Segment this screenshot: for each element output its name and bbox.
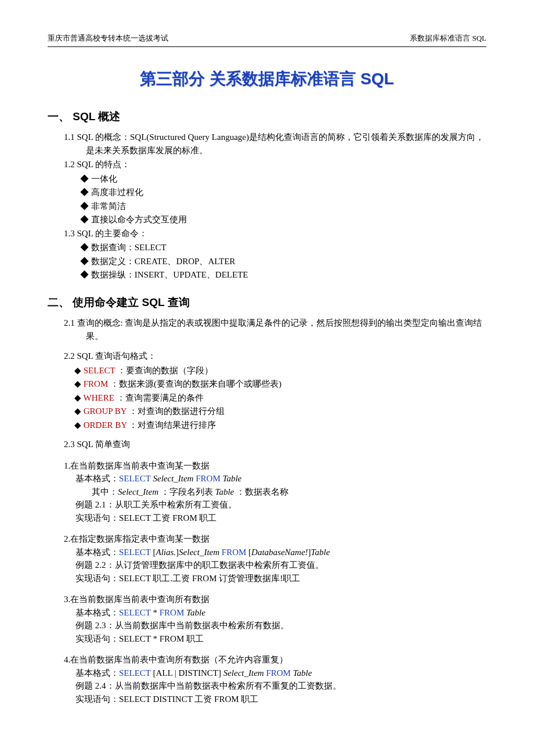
item-text: 查询的概念: 查询是从指定的表或视图中提取满足条件的记录，然后按照想得到的输出类… — [75, 318, 482, 341]
bullet-item: ORDER BY ：对查询结果进行排序 — [74, 419, 486, 432]
example-block-3: 3.在当前数据库当前表中查询所有数据 基本格式：SELECT * FROM Ta… — [64, 593, 486, 645]
bullet-item: WHERE ：查询需要满足的条件 — [74, 391, 486, 405]
param: Select_Item — [118, 487, 158, 496]
example-text: 例题 2.2：从订货管理数据库中的职工数据表中检索所有工资值。 — [75, 559, 486, 572]
impl-text: 实现语句：SELECT * FROM 职工 — [75, 632, 486, 646]
item-text: SQL 的概念：SQL(Structured Query Language)是结… — [75, 132, 484, 155]
bullet-item: 高度非过程化 — [80, 186, 486, 199]
keyword: ORDER BY — [84, 420, 127, 430]
bullet-list-2-2: SELECT ：要查询的数据（字段） FROM ：数据来源(要查询的数据来自哪个… — [74, 364, 486, 432]
bullet-text: ：数据来源(要查询的数据来自哪个或哪些表) — [108, 379, 282, 388]
example-title: 1.在当前数据库当前表中查询某一数据 — [64, 459, 486, 473]
example-text: 例题 2.1：从职工关系中检索所有工资值。 — [75, 498, 486, 512]
format-label: 基本格式： — [75, 548, 119, 557]
item-text: SQL 简单查询 — [75, 440, 130, 449]
keyword-from: FROM — [160, 608, 185, 617]
param: Table — [293, 668, 312, 678]
page-title: 第三部分 关系数据库标准语言 SQL — [48, 67, 486, 91]
bullet-item: 数据定义：CREATE、DROP、ALTER — [80, 255, 486, 268]
keyword-select: SELECT — [119, 548, 151, 557]
item-2-1: 2.1 查询的概念: 查询是从指定的表或视图中提取满足条件的记录，然后按照想得到… — [64, 316, 486, 343]
where-label: 其中： — [92, 487, 118, 496]
format-label: 基本格式： — [75, 608, 119, 617]
keyword-select: SELECT — [119, 608, 151, 617]
bullet-item: 直接以命令方式交互使用 — [80, 213, 486, 226]
item-num: 2.3 — [64, 440, 75, 449]
bullet-list-1-3: 数据查询：SELECT 数据定义：CREATE、DROP、ALTER 数据操纵：… — [80, 241, 486, 282]
keyword-select: SELECT — [119, 474, 151, 483]
example-title: 2.在指定数据库指定表中查询某一数据 — [64, 532, 486, 546]
keyword-from: FROM — [196, 474, 221, 483]
bullet-text: ：对查询结果进行排序 — [127, 420, 217, 430]
item-text: SQL 的特点： — [75, 160, 130, 169]
example-block-4: 4.在当前数据库当前表中查询所有数据（不允许内容重复） 基本格式：SELECT … — [64, 653, 486, 705]
param: DatabaseName! — [251, 548, 308, 557]
example-title: 3.在当前数据库当前表中查询所有数据 — [64, 593, 486, 606]
example-title: 4.在当前数据库当前表中查询所有数据（不允许内容重复） — [64, 653, 486, 667]
impl-text: 实现语句：SELECT DISTINCT 工资 FROM 职工 — [75, 693, 486, 706]
keyword-from: FROM — [266, 668, 291, 678]
example-text: 例题 2.3：从当前数据库中当前数据表中检索所有数据。 — [75, 619, 486, 632]
param: Table — [215, 487, 234, 496]
keyword: WHERE — [83, 393, 114, 402]
bullet-text: ：查询需要满足的条件 — [114, 393, 204, 402]
item-num: 2.1 — [64, 318, 75, 327]
impl-text: 实现语句：SELECT 工资 FROM 职工 — [75, 512, 486, 525]
param: Table — [222, 474, 241, 483]
bullet-item: 数据操纵：INSERT、UPDATE、DELETE — [80, 268, 486, 282]
bullet-item: 一体化 — [80, 172, 486, 186]
keyword-from: FROM — [222, 548, 247, 557]
item-num: 1.2 — [64, 160, 75, 169]
item-2-3: 2.3 SQL 简单查询 — [64, 438, 486, 451]
param: Select_Item — [153, 474, 193, 483]
format-label: 基本格式： — [75, 668, 119, 678]
format-label: 基本格式： — [75, 474, 119, 483]
keyword: FROM — [84, 379, 109, 388]
bullet-item: SELECT ：要查询的数据（字段） — [74, 364, 486, 377]
where-line: 其中：Select_Item ：字段名列表 Table ：数据表名称 — [92, 485, 486, 499]
impl-text: 实现语句：SELECT 职工.工资 FROM 订货管理数据库!职工 — [75, 572, 486, 585]
example-block-2: 2.在指定数据库指定表中查询某一数据 基本格式：SELECT [Alias.]S… — [64, 532, 486, 585]
item-1-3: 1.3 SQL 的主要命令： — [64, 227, 486, 240]
param: Select_Item — [179, 548, 219, 557]
param: Table — [186, 608, 205, 617]
bullet-item: FROM ：数据来源(要查询的数据来自哪个或哪些表) — [74, 377, 486, 391]
param: Select_Item — [223, 668, 264, 678]
format-line: 基本格式：SELECT [Alias.]Select_Item FROM [Da… — [75, 546, 486, 559]
bullet-text: ：要查询的数据（字段） — [115, 366, 213, 375]
example-text: 例题 2.4：从当前数据库中当前数据表中检索所有不重复的工资数据。 — [75, 679, 486, 693]
item-text: SQL 的主要命令： — [75, 229, 147, 238]
format-line: 基本格式：SELECT * FROM Table — [75, 606, 486, 620]
header-right: 系数据库标准语言 SQL — [410, 33, 486, 44]
example-block-1: 1.在当前数据库当前表中查询某一数据 基本格式：SELECT Select_It… — [64, 459, 486, 525]
param: Table — [311, 548, 330, 557]
bullet-item: 非常简洁 — [80, 200, 486, 213]
format-line: 基本格式：SELECT [ALL | DISTINCT] Select_Item… — [75, 667, 486, 680]
keyword-select: SELECT — [119, 668, 151, 678]
bullet-item: 数据查询：SELECT — [80, 241, 486, 254]
section-1-heading: 一、 SQL 概述 — [48, 109, 486, 125]
keyword: GROUP BY — [84, 406, 127, 416]
header-left: 重庆市普通高校专转本统一选拔考试 — [48, 33, 168, 44]
where-text: ：字段名列表 — [158, 487, 215, 496]
item-1-1: 1.1 SQL 的概念：SQL(Structured Query Languag… — [64, 131, 486, 157]
param: Alias. — [156, 548, 176, 557]
item-text: SQL 查询语句格式： — [75, 351, 156, 361]
bullet-item: GROUP BY ：对查询的数据进行分组 — [74, 405, 486, 418]
item-num: 2.2 — [64, 351, 75, 361]
option: [ALL | DISTINCT] — [151, 668, 223, 678]
item-num: 1.3 — [64, 229, 75, 238]
keyword: SELECT — [84, 366, 116, 375]
item-num: 1.1 — [64, 132, 75, 142]
bullet-text: ：对查询的数据进行分组 — [127, 406, 225, 416]
where-text: ：数据表名称 — [234, 487, 288, 496]
item-2-2: 2.2 SQL 查询语句格式： — [64, 350, 486, 363]
section-2-heading: 二、 使用命令建立 SQL 查询 — [48, 294, 486, 311]
document-page: 重庆市普通高校专转本统一选拔考试 系数据库标准语言 SQL 第三部分 关系数据库… — [0, 0, 534, 729]
bullet-list-1-2: 一体化 高度非过程化 非常简洁 直接以命令方式交互使用 — [80, 172, 486, 226]
item-1-2: 1.2 SQL 的特点： — [64, 158, 486, 171]
format-line: 基本格式：SELECT Select_Item FROM Table — [75, 472, 486, 485]
page-header: 重庆市普通高校专转本统一选拔考试 系数据库标准语言 SQL — [48, 33, 486, 47]
star: * — [151, 608, 160, 617]
